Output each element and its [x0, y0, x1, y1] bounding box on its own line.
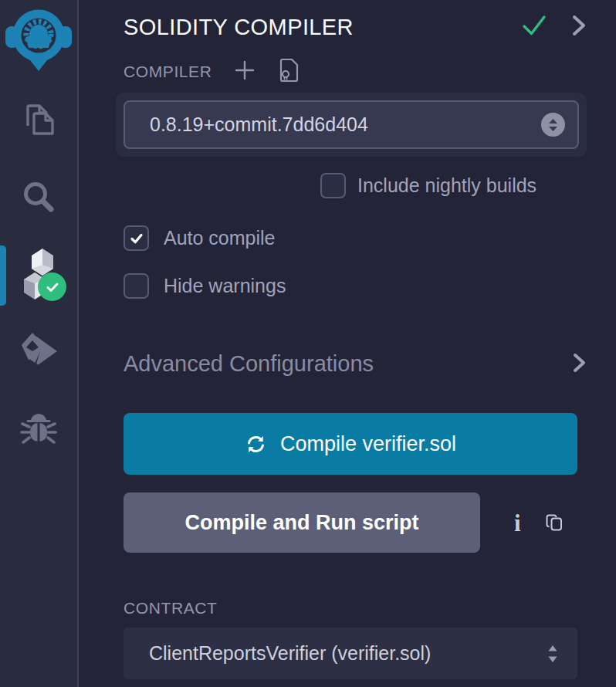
remix-logo[interactable] [4, 3, 73, 73]
sidebar-item-solidity-compiler[interactable] [0, 237, 77, 314]
copy-icon[interactable] [544, 512, 566, 533]
compiler-section-label: COMPILER [124, 63, 212, 81]
debugger-icon [19, 408, 59, 452]
page-title: SOLIDITY COMPILER [124, 15, 354, 40]
collapse-panel-chevron-icon[interactable] [571, 14, 587, 40]
file-explorer-icon [20, 101, 57, 141]
hide-warnings-checkbox[interactable] [124, 273, 149, 299]
icon-panel [0, 0, 79, 687]
sidebar-item-file-explorer[interactable] [0, 83, 77, 160]
compile-and-run-button[interactable]: Compile and Run script [124, 492, 480, 553]
select-arrows-icon [547, 644, 559, 664]
compile-and-run-label: Compile and Run script [184, 511, 418, 535]
nightly-builds-checkbox[interactable] [320, 173, 346, 198]
advanced-configurations-label: Advanced Configurations [124, 351, 374, 377]
compiler-version-value: 0.8.19+commit.7dd6d404 [150, 113, 368, 136]
info-icon[interactable]: i [514, 511, 521, 535]
compiler-version-select[interactable]: 0.8.19+commit.7dd6d404 [124, 100, 579, 149]
deploy-run-icon [17, 330, 60, 376]
compile-button[interactable]: Compile verifier.sol [124, 413, 577, 475]
auto-compile-checkbox[interactable] [124, 225, 149, 251]
sidebar-item-search[interactable] [0, 160, 77, 237]
panel-header: SOLIDITY COMPILER [124, 11, 587, 43]
sidebar-items [0, 83, 77, 469]
sidebar-item-debugger[interactable] [0, 391, 77, 469]
compiler-config-file-icon[interactable] [277, 58, 300, 86]
compiler-version-container: 0.8.19+commit.7dd6d404 [116, 93, 587, 157]
hide-warnings-label[interactable]: Hide warnings [164, 275, 286, 297]
sidebar-item-deploy-run[interactable] [0, 314, 77, 391]
refresh-icon [245, 433, 267, 455]
nightly-builds-row: Include nightly builds [124, 173, 587, 198]
contract-section-label: CONTRACT [124, 599, 587, 618]
nightly-builds-label[interactable]: Include nightly builds [357, 174, 536, 197]
advanced-configurations-toggle[interactable]: Advanced Configurations [124, 351, 587, 377]
advanced-expand-chevron-icon [572, 352, 587, 377]
add-custom-compiler-icon[interactable] [234, 59, 256, 84]
compile-button-label: Compile verifier.sol [280, 432, 456, 456]
hide-warnings-row: Hide warnings [124, 273, 587, 299]
solidity-compiler-panel: SOLIDITY COMPILER COMPILER [79, 0, 616, 687]
contract-select[interactable]: ClientReportsVerifier (verifier.sol) [124, 628, 577, 679]
compile-status-check-icon [520, 14, 548, 40]
auto-compile-row: Auto compile [124, 225, 587, 251]
select-updown-icon [541, 113, 565, 137]
compile-success-badge [38, 272, 66, 301]
active-tab-indicator [0, 245, 6, 306]
compiler-section-header: COMPILER [124, 59, 587, 85]
auto-compile-label[interactable]: Auto compile [164, 227, 276, 249]
search-icon [19, 178, 58, 219]
compile-and-run-row: Compile and Run script i [124, 492, 587, 553]
contract-select-value: ClientReportsVerifier (verifier.sol) [149, 642, 431, 665]
